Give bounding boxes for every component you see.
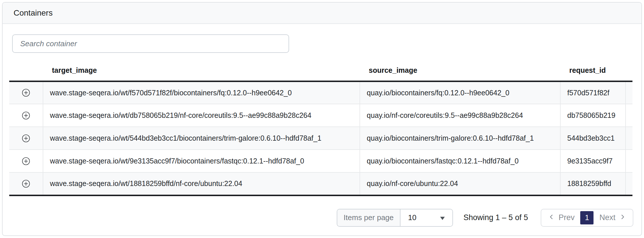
column-header-request-id: request_id bbox=[560, 60, 626, 81]
page-1-button[interactable]: 1 bbox=[580, 211, 594, 224]
spacer-cell bbox=[626, 81, 632, 104]
target-image-cell: wave.stage-seqera.io/wt/9e3135acc9f7/bio… bbox=[43, 150, 360, 172]
spacer-cell bbox=[626, 104, 632, 127]
circle-plus-icon bbox=[22, 134, 30, 143]
request-id-cell: db758065b219 bbox=[560, 104, 626, 127]
expand-row-button[interactable] bbox=[20, 178, 32, 190]
panel-header: Containers bbox=[3, 3, 641, 24]
expand-row-button[interactable] bbox=[20, 87, 32, 99]
items-per-page-control: Items per page 10 bbox=[337, 209, 453, 227]
next-page-button[interactable]: Next bbox=[595, 209, 630, 226]
target-image-cell: wave.stage-seqera.io/wt/db758065b219/nf-… bbox=[43, 104, 360, 127]
table-row: wave.stage-seqera.io/wt/18818259bffd/nf-… bbox=[9, 172, 632, 195]
items-per-page-label: Items per page bbox=[337, 209, 400, 226]
next-page-label: Next bbox=[599, 213, 615, 222]
column-header-target-image: target_image bbox=[43, 60, 360, 81]
target-image-cell: wave.stage-seqera.io/wt/f570d571f82f/bio… bbox=[43, 81, 360, 104]
column-header-source-image: source_image bbox=[360, 60, 560, 81]
expand-cell bbox=[9, 104, 43, 127]
circle-plus-icon bbox=[22, 179, 30, 188]
spacer-cell bbox=[626, 127, 632, 150]
expand-row-button[interactable] bbox=[20, 155, 32, 167]
table-row: wave.stage-seqera.io/wt/f570d571f82f/bio… bbox=[9, 81, 632, 104]
request-id-cell: 544bd3eb3cc1 bbox=[560, 127, 626, 150]
prev-page-label: Prev bbox=[559, 213, 575, 222]
spacer-cell bbox=[626, 172, 632, 195]
request-id-cell: 18818259bffd bbox=[560, 172, 626, 195]
expand-cell bbox=[9, 150, 43, 172]
expand-cell bbox=[9, 172, 43, 195]
panel-title: Containers bbox=[14, 8, 53, 18]
source-image-cell: quay.io/nf-core/ubuntu:22.04 bbox=[360, 172, 560, 195]
expand-cell bbox=[9, 81, 43, 104]
source-image-cell: quay.io/biocontainers/fq:0.12.0--h9ee064… bbox=[360, 81, 560, 104]
showing-range-text: Showing 1 – 5 of 5 bbox=[463, 213, 528, 222]
expand-column-header bbox=[9, 60, 43, 81]
containers-table: target_image source_image request_id bbox=[9, 60, 632, 196]
caret-down-icon bbox=[440, 213, 445, 222]
source-image-cell: quay.io/biocontainers/trim-galore:0.6.10… bbox=[360, 127, 560, 150]
circle-plus-icon bbox=[22, 111, 30, 120]
expand-cell bbox=[9, 127, 43, 150]
source-image-cell: quay.io/nf-core/coreutils:9.5--ae99c88a9… bbox=[360, 104, 560, 127]
prev-page-button[interactable]: Prev bbox=[544, 209, 579, 226]
chevron-right-icon bbox=[619, 213, 626, 222]
items-per-page-select[interactable]: 10 bbox=[400, 209, 452, 226]
circle-plus-icon bbox=[22, 157, 30, 166]
request-id-cell: f570d571f82f bbox=[560, 81, 626, 104]
target-image-cell: wave.stage-seqera.io/wt/18818259bffd/nf-… bbox=[43, 172, 360, 195]
table-row: wave.stage-seqera.io/wt/9e3135acc9f7/bio… bbox=[9, 150, 632, 172]
circle-plus-icon bbox=[22, 88, 30, 97]
panel-body: target_image source_image request_id bbox=[3, 34, 641, 227]
request-id-cell: 9e3135acc9f7 bbox=[560, 150, 626, 172]
search-container-input[interactable] bbox=[12, 34, 289, 53]
spacer-column-header bbox=[626, 60, 632, 81]
target-image-cell: wave.stage-seqera.io/wt/544bd3eb3cc1/bio… bbox=[43, 127, 360, 150]
containers-panel: Containers target_image source_image req… bbox=[2, 2, 642, 236]
table-row: wave.stage-seqera.io/wt/544bd3eb3cc1/bio… bbox=[9, 127, 632, 150]
table-header-row: target_image source_image request_id bbox=[9, 60, 632, 81]
expand-row-button[interactable] bbox=[20, 109, 32, 122]
table-footer: Items per page 10 Showing 1 – 5 of 5 bbox=[9, 209, 633, 227]
items-per-page-value: 10 bbox=[408, 213, 416, 222]
spacer-cell bbox=[626, 150, 632, 172]
table-row: wave.stage-seqera.io/wt/db758065b219/nf-… bbox=[9, 104, 632, 127]
chevron-left-icon bbox=[548, 213, 555, 222]
pagination-control: Prev 1 Next bbox=[541, 209, 633, 227]
expand-row-button[interactable] bbox=[20, 132, 32, 144]
source-image-cell: quay.io/biocontainers/fastqc:0.12.1--hdf… bbox=[360, 150, 560, 172]
